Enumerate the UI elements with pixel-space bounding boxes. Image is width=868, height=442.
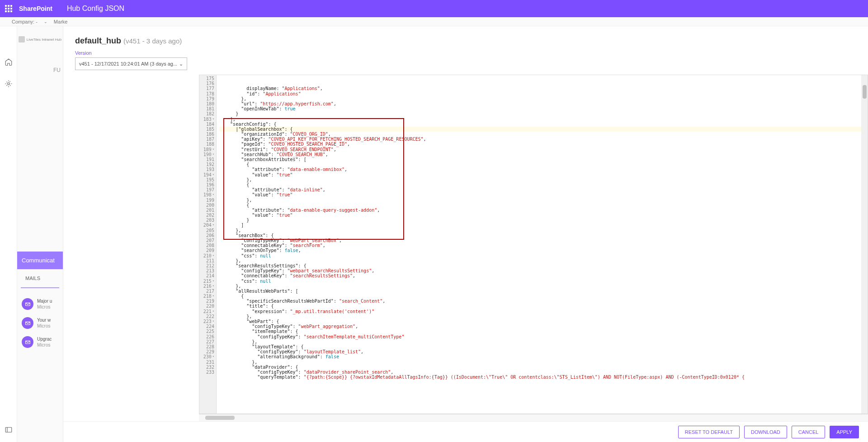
hub-name-sub: (v451 - 3 days ago) <box>123 37 182 45</box>
mail-item[interactable]: Major uMicros <box>17 295 63 314</box>
editor-code[interactable]: displayName: "Applications", "id": "Appl… <box>217 75 868 413</box>
brand-label[interactable]: SharePoint <box>17 5 61 12</box>
background-sidebar: LiveTiles Intranet Hub FU Communicat MAI… <box>17 26 63 442</box>
svg-rect-0 <box>5 5 7 7</box>
svg-rect-5 <box>10 8 12 10</box>
version-dropdown[interactable]: v451 - 12/17/2021 10:24:01 AM (3 days ag… <box>75 57 187 70</box>
svg-rect-2 <box>10 5 12 7</box>
left-rail <box>0 26 17 442</box>
product-logo: LiveTiles Intranet Hub <box>17 26 63 52</box>
svg-rect-6 <box>5 10 7 12</box>
mail-icon <box>22 336 33 348</box>
app-launcher-button[interactable] <box>0 0 17 17</box>
config-panel: default_hub (v451 - 3 days ago) Version … <box>63 26 868 442</box>
home-icon[interactable] <box>5 58 13 66</box>
cancel-button[interactable]: CANCEL <box>792 426 826 438</box>
page-title: Hub Config JSON <box>61 5 124 13</box>
fu-label: FU <box>53 67 61 73</box>
svg-point-9 <box>7 83 9 85</box>
company-dropdown[interactable]: Company: - <box>12 19 38 24</box>
marke-label: Marke <box>54 19 68 24</box>
svg-rect-3 <box>5 8 7 10</box>
svg-rect-10 <box>5 428 12 432</box>
apply-button[interactable]: APPLY <box>830 426 859 438</box>
mail-item[interactable]: UpgracMicros <box>17 333 63 352</box>
mail-item[interactable]: Your wMicros <box>17 314 63 333</box>
panel-footer: RESET TO DEFAULT DOWNLOAD CANCEL APPLY <box>63 421 868 442</box>
svg-rect-1 <box>8 5 9 7</box>
chevron-down-icon: ⌄ <box>44 19 47 24</box>
version-label: Version <box>75 50 856 56</box>
hub-name-text: default_hub <box>75 36 121 45</box>
collapse-icon[interactable] <box>5 426 13 434</box>
hub-name: default_hub (v451 - 3 days ago) <box>75 36 856 46</box>
sub-banner: Company: - ⌄ Marke <box>0 17 868 26</box>
version-value: v451 - 12/17/2021 10:24:01 AM (3 days ag… <box>79 61 177 67</box>
mail-icon <box>22 317 33 329</box>
download-button[interactable]: DOWNLOAD <box>744 426 787 438</box>
json-editor[interactable]: 1751761771781791801811821831841851861871… <box>199 75 868 414</box>
product-logo-text: LiveTiles Intranet Hub <box>27 38 62 42</box>
vertical-scrollbar[interactable] <box>861 75 868 413</box>
mail-icon <box>22 298 33 310</box>
communicate-section[interactable]: Communicat <box>17 252 63 269</box>
waffle-icon <box>5 5 12 12</box>
svg-rect-4 <box>8 8 9 10</box>
top-banner: SharePoint Hub Config JSON <box>0 0 868 17</box>
editor-gutter: 1751761771781791801811821831841851861871… <box>199 75 217 413</box>
gear-icon[interactable] <box>5 80 13 88</box>
horizontal-scrollbar[interactable] <box>199 414 868 421</box>
mails-tab[interactable]: MAILS <box>21 269 59 288</box>
reset-button[interactable]: RESET TO DEFAULT <box>678 426 740 438</box>
svg-rect-7 <box>8 10 9 12</box>
svg-rect-8 <box>10 10 12 12</box>
chevron-down-icon: ⌄ <box>179 61 183 67</box>
